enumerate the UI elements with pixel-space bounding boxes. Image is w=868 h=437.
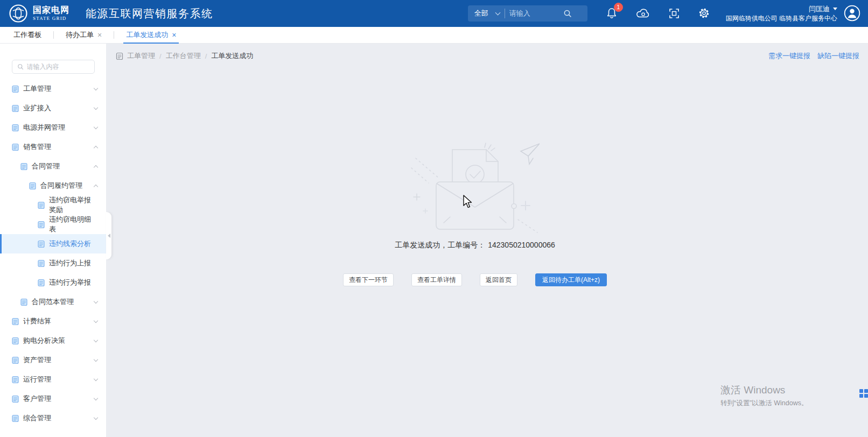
cloud-sync-button[interactable] <box>636 8 650 18</box>
chevron-down-icon <box>495 10 500 16</box>
document-icon <box>12 356 19 364</box>
document-icon <box>38 259 45 267</box>
sidebar-menu-item[interactable]: 合同履约管理 <box>0 176 106 195</box>
quick-link[interactable]: 需求一键提报 <box>768 51 810 61</box>
sidebar-menu: 工单管理 业扩接入 电源并网管理 销售管理 <box>0 79 106 428</box>
document-icon <box>38 201 45 209</box>
action-button[interactable]: 返回首页 <box>480 273 517 286</box>
chevron-down-icon <box>94 125 98 129</box>
breadcrumb-row: 工单管理/工作台管理/工单发送成功 需求一键提报缺陷一键提报 <box>106 44 868 61</box>
chevron-down-icon <box>94 86 98 90</box>
document-icon <box>12 104 19 112</box>
watermark-subtitle: 转到“设置”以激活 Windows。 <box>720 399 808 408</box>
document-icon <box>12 318 19 326</box>
action-button[interactable]: 查看工单详情 <box>411 273 462 286</box>
widget-square <box>859 389 863 393</box>
document-icon <box>20 163 27 171</box>
menu-item-label: 违约行为举报 <box>49 278 91 287</box>
brand: 国家电网 STATE GRID <box>0 4 69 23</box>
app-header: 国家电网 STATE GRID 能源互联网营销服务系统 全部 <box>0 0 868 27</box>
sidebar-menu-item[interactable]: 违约行为举报 <box>0 273 106 292</box>
sidebar-menu-item[interactable]: 违约线索分析 <box>0 234 106 253</box>
document-icon <box>38 279 45 287</box>
logo-en: STATE GRID <box>33 16 69 21</box>
sidebar-menu-item[interactable]: 合同管理 <box>0 157 106 176</box>
user-org: 国网临猗供电公司 临猗县客户服务中心 <box>726 14 837 23</box>
sidebar-menu-item[interactable]: 违约窃电明细表 <box>0 215 106 234</box>
search-icon <box>17 63 24 71</box>
user-info[interactable]: 闫匡迪 国网临猗供电公司 临猗县客户服务中心 <box>726 4 837 23</box>
tab-label: 待办工单 <box>66 30 94 40</box>
sidebar-menu-item[interactable]: 计费结算 <box>0 312 106 331</box>
sidebar-menu-item[interactable]: 违约行为上报 <box>0 253 106 273</box>
avatar-icon <box>844 5 860 22</box>
document-icon <box>12 376 19 384</box>
chevron-down-icon <box>94 377 98 381</box>
document-icon <box>38 240 45 248</box>
sidebar: 工单管理 业扩接入 电源并网管理 销售管理 <box>0 44 106 437</box>
sidebar-menu-item[interactable]: 运行管理 <box>0 370 106 389</box>
fullscreen-icon <box>669 8 680 19</box>
fullscreen-button[interactable] <box>669 8 680 19</box>
action-button[interactable]: 查看下一环节 <box>343 273 394 286</box>
floating-widget-icon[interactable] <box>859 389 868 398</box>
action-buttons: 查看下一环节查看工单详情返回首页返回待办工单(Alt+z) <box>106 273 844 286</box>
document-icon <box>12 124 19 132</box>
settings-button[interactable] <box>698 8 710 19</box>
action-button[interactable]: 返回待办工单(Alt+z) <box>535 273 607 286</box>
global-search-input[interactable] <box>505 9 563 17</box>
menu-item-label: 违约线索分析 <box>49 239 91 249</box>
menu-item-label: 资产管理 <box>23 355 51 365</box>
chevron-down-icon <box>94 105 98 110</box>
chevron-down-icon <box>94 299 98 304</box>
search-scope-select[interactable]: 全部 <box>468 9 505 18</box>
sidebar-menu-item[interactable]: 电源并网管理 <box>0 118 106 137</box>
sidebar-menu-item[interactable]: 违约窃电举报奖励 <box>0 195 106 215</box>
sidebar-menu-item[interactable]: 综合管理 <box>0 408 106 428</box>
menu-item-label: 合同管理 <box>32 161 60 171</box>
user-name: 闫匡迪 <box>809 4 830 14</box>
logo-text: 国家电网 STATE GRID <box>33 6 69 21</box>
order-number: 1423050210000066 <box>488 241 555 249</box>
menu-item-label: 客户管理 <box>23 394 51 404</box>
notifications-button[interactable]: 1 <box>606 8 617 19</box>
breadcrumb-item[interactable]: 工单管理 <box>127 51 155 61</box>
menu-item-label: 购电分析决策 <box>23 336 65 346</box>
close-icon[interactable]: × <box>172 31 176 39</box>
mail-sent-illustration <box>410 142 540 235</box>
notification-badge: 1 <box>614 3 623 12</box>
sidebar-menu-item[interactable]: 资产管理 <box>0 350 106 370</box>
document-icon <box>12 337 19 345</box>
menu-item-label: 违约窃电明细表 <box>49 215 97 234</box>
sidebar-collapse-handle[interactable] <box>106 212 111 259</box>
sidebar-menu-item[interactable]: 工单管理 <box>0 79 106 98</box>
document-icon <box>12 143 19 151</box>
document-icon <box>29 182 36 190</box>
sidebar-menu-item[interactable]: 业扩接入 <box>0 98 106 118</box>
gear-icon <box>698 8 710 19</box>
logo-cn: 国家电网 <box>33 6 69 15</box>
tab-1[interactable]: 工作看板 <box>12 27 43 43</box>
sidebar-menu-item[interactable]: 销售管理 <box>0 137 106 157</box>
chevron-down-icon <box>94 357 98 362</box>
tab-3[interactable]: 工单发送成功 × <box>124 27 178 43</box>
sidebar-search-input[interactable] <box>27 63 89 71</box>
caret-down-icon <box>833 8 837 10</box>
chevron-down-icon <box>94 396 98 400</box>
menu-item-label: 合同范本管理 <box>32 297 74 307</box>
avatar[interactable] <box>844 5 860 22</box>
windows-activation-watermark: 激活 Windows 转到“设置”以激活 Windows。 <box>720 383 808 408</box>
sidebar-menu-item[interactable]: 客户管理 <box>0 389 106 408</box>
quick-link[interactable]: 缺陷一键提报 <box>817 51 859 61</box>
close-icon[interactable]: × <box>97 31 102 39</box>
search-icon[interactable] <box>563 9 572 18</box>
sidebar-menu-item[interactable]: 合同范本管理 <box>0 292 106 312</box>
success-text: 工单发送成功，工单编号： <box>395 241 485 249</box>
tab-2[interactable]: 待办工单 × <box>64 27 103 43</box>
sidebar-menu-item[interactable]: 购电分析决策 <box>0 331 106 350</box>
cloud-icon <box>636 8 650 18</box>
breadcrumb-item[interactable]: 工作台管理 <box>166 51 201 61</box>
chevron-left-icon <box>108 234 110 238</box>
widget-square <box>859 394 863 398</box>
breadcrumb: 工单管理/工作台管理/工单发送成功 <box>127 51 253 61</box>
